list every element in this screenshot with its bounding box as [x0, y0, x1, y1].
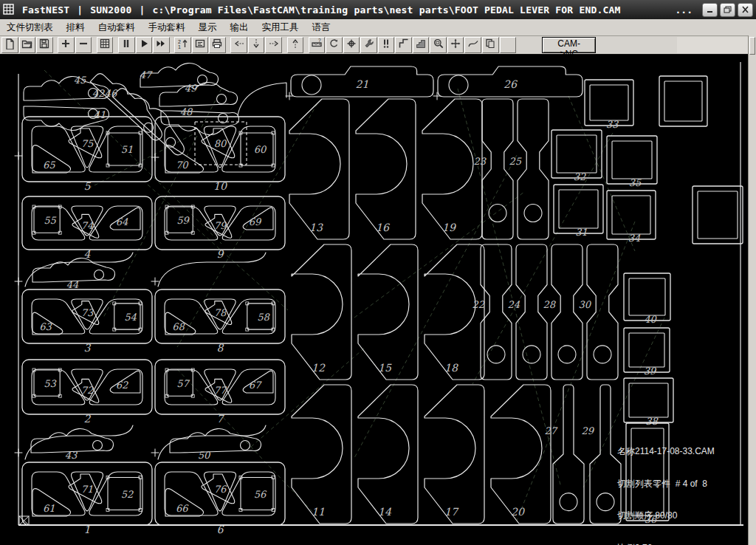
nest-part-23[interactable]: 23 [473, 99, 513, 239]
nest-part-32[interactable]: 32 [551, 130, 602, 182]
step-contour-button[interactable] [413, 37, 430, 53]
status-cut-sequence: 切割顺序 80/80 [617, 510, 726, 521]
nest-part-10[interactable]: 80706010 [155, 117, 285, 192]
nest-part-16[interactable]: 16 [356, 99, 416, 239]
svg-text:26: 26 [504, 78, 518, 90]
run-button[interactable] [136, 37, 153, 53]
plate-grid-button[interactable] [97, 37, 114, 53]
nest-part-17[interactable]: 17 [425, 385, 484, 524]
nest-part-47[interactable]: 47 [140, 64, 219, 87]
nest-part-11[interactable]: 11 [292, 385, 351, 524]
nest-part-unlabeled[interactable] [693, 186, 743, 244]
nest-part-25[interactable]: 25 [509, 99, 549, 239]
zoom-window-button[interactable] [430, 37, 447, 53]
nest-part-29[interactable]: 29 [581, 385, 621, 524]
nest-part-22[interactable]: 22 [472, 244, 512, 380]
zoom-in-button[interactable] [58, 37, 75, 53]
menu-utilities[interactable]: 实用工具 [255, 20, 306, 35]
move-left-button[interactable] [230, 37, 247, 53]
bridge-curve-icon [467, 38, 479, 52]
minimize-button[interactable] [702, 3, 718, 17]
move-right-icon [268, 38, 280, 52]
move-down-button[interactable] [248, 37, 265, 53]
cam-to-nc-button[interactable]: CAM->NC [542, 37, 596, 53]
nest-part-44[interactable]: 44 [32, 258, 115, 290]
nest-part-46[interactable]: 46 [105, 79, 193, 159]
nest-part-9[interactable]: 5969799 [155, 196, 285, 260]
menu-file-cutlist[interactable]: 文件切割表 [0, 20, 60, 35]
blank-button[interactable] [500, 37, 517, 53]
close-button[interactable] [738, 3, 753, 17]
svg-text:80: 80 [214, 138, 227, 149]
scroll-nub[interactable] [749, 37, 755, 55]
nest-part-4[interactable]: 5564744 [22, 196, 152, 260]
pause-button[interactable] [118, 37, 135, 53]
svg-text:19: 19 [442, 222, 456, 233]
svg-text:74: 74 [81, 220, 94, 231]
pause-icon [120, 38, 132, 52]
nest-part-20[interactable]: 20 [491, 385, 551, 524]
nest-part-18[interactable]: 18 [425, 244, 484, 380]
nest-part-15[interactable]: 15 [358, 244, 418, 380]
nest-status-overlay: 名称2114-17-08-33.CAM 切割列表零件 # 4 of 8 切割顺序… [617, 425, 726, 545]
move-part-button[interactable] [343, 37, 360, 53]
nest-part-12[interactable]: 12 [292, 244, 351, 380]
nest-part-38[interactable]: 38 [624, 378, 673, 427]
nest-part-unlabeled[interactable] [659, 76, 707, 126]
nest-part-33[interactable]: 33 [585, 80, 633, 130]
nest-part-3[interactable]: 7363543 [22, 289, 152, 354]
cut-sequence-button[interactable]: 21 [174, 37, 191, 53]
nest-part-31[interactable]: 31 [554, 185, 603, 238]
move-right-button[interactable] [265, 37, 282, 53]
nest-part-19[interactable]: 19 [422, 99, 482, 239]
open-file-button[interactable] [19, 37, 36, 53]
nest-part-21[interactable]: 21 [291, 66, 433, 97]
svg-text:58: 58 [257, 312, 270, 323]
nest-part-14[interactable]: 14 [358, 385, 418, 524]
corner-loop-button[interactable] [395, 37, 412, 53]
new-file-button[interactable] [1, 37, 18, 53]
nest-part-28[interactable]: 28 [543, 244, 583, 380]
copy-part-button[interactable] [482, 37, 499, 53]
svg-text:48: 48 [180, 106, 193, 117]
nest-part-7[interactable]: 5767777 [155, 360, 285, 425]
nc-code-icon [194, 38, 206, 52]
torch-spacing-button[interactable] [378, 37, 395, 53]
save-button[interactable] [36, 37, 53, 53]
restore-button[interactable] [720, 3, 735, 17]
nest-part-2[interactable]: 5362722 [22, 360, 152, 425]
nest-part-35[interactable]: 35 [607, 136, 657, 188]
nest-part-26[interactable]: 26 [438, 66, 583, 97]
menu-language[interactable]: 语言 [306, 20, 337, 35]
svg-text:46: 46 [105, 88, 118, 99]
nest-part-40[interactable]: 40 [624, 273, 670, 325]
nest-part-8[interactable]: 7868588 [155, 289, 285, 354]
zoom-out-button[interactable] [75, 37, 92, 53]
menu-nest[interactable]: 排料 [60, 20, 92, 35]
menu-output[interactable]: 输出 [224, 20, 255, 35]
nest-part-5[interactable]: 7565515 [22, 117, 152, 192]
menu-display[interactable]: 显示 [192, 20, 224, 35]
tools-button[interactable] [360, 37, 377, 53]
nc-code-button[interactable] [192, 37, 209, 53]
zoom-extents-button[interactable] [447, 37, 464, 53]
nest-part-24[interactable]: 24 [507, 244, 547, 380]
nest-part-13[interactable]: 13 [289, 99, 349, 239]
nest-part-45[interactable]: 45 [74, 64, 171, 144]
svg-text:25: 25 [509, 156, 521, 167]
menu-manual-nest[interactable]: 手动套料 [142, 20, 192, 35]
print-button[interactable] [209, 37, 226, 53]
nest-part-43[interactable]: 43 [31, 429, 114, 461]
nest-part-34[interactable]: 34 [607, 191, 656, 244]
menu-auto-nest[interactable]: 自动套料 [92, 20, 142, 35]
nest-part-50[interactable]: 50 [170, 429, 261, 461]
measure-button[interactable]: ? [309, 37, 326, 53]
nest-part-39[interactable]: 39 [624, 328, 670, 377]
rotate-part-button[interactable] [326, 37, 343, 53]
nest-part-30[interactable]: 30 [578, 244, 618, 380]
nest-part-42[interactable]: 42 [24, 77, 109, 100]
move-up-button[interactable] [287, 37, 304, 53]
svg-text:71: 71 [81, 484, 94, 495]
run-fast-button[interactable] [153, 37, 170, 53]
bridge-curve-button[interactable] [464, 37, 481, 53]
